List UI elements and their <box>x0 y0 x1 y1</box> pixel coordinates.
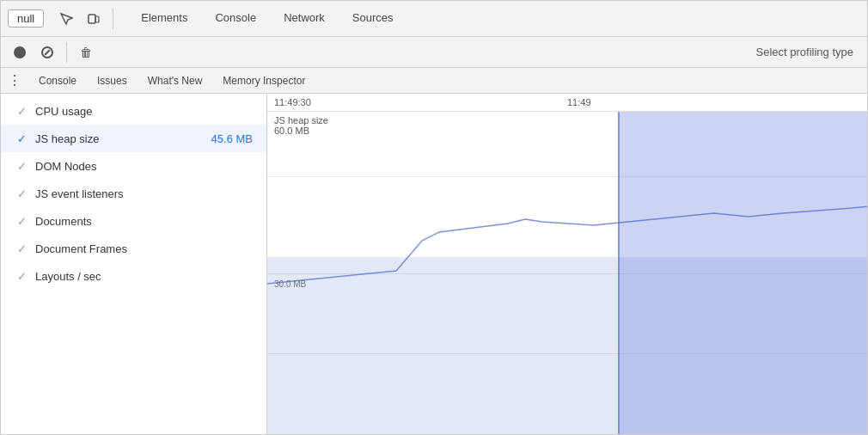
chart-svg <box>267 112 867 434</box>
secondary-toolbar: 🗑 Select profiling type <box>1 37 867 68</box>
toolbar-divider-1 <box>113 9 113 29</box>
toolbar-divider-2 <box>66 42 67 63</box>
metrics-panel: ✓ CPU usage ✓ JS heap size 45.6 MB ✓ DOM… <box>1 94 267 434</box>
metric-layouts[interactable]: ✓ Layouts / sec <box>1 262 266 290</box>
svg-rect-0 <box>89 15 95 23</box>
svg-rect-1 <box>95 16 99 22</box>
check-dom-icon: ✓ <box>15 159 28 173</box>
check-jsheap-icon: ✓ <box>15 132 28 145</box>
chart-header: 11:49:30 11:49 <box>267 94 867 112</box>
tab-console[interactable]: Console <box>201 1 270 37</box>
inspect-element-button[interactable] <box>54 7 78 31</box>
metric-documents[interactable]: ✓ Documents <box>1 207 266 235</box>
devtools-window: null Elements Console Network Sources <box>0 0 868 435</box>
secondary-tab-bar: ⋮ Console Issues What's New Memory Inspe… <box>1 68 867 94</box>
metric-docs-label: Documents <box>35 215 253 228</box>
tab-whats-new[interactable]: What's New <box>138 68 213 94</box>
chart-body[interactable]: JS heap size 60.0 MB 30.0 MB <box>267 112 867 434</box>
device-mode-button[interactable] <box>82 7 106 31</box>
chart-time2: 11:49 <box>567 97 860 107</box>
chart-panel: 11:49:30 11:49 JS heap size 60.0 MB 30.0… <box>267 94 867 434</box>
clear-button[interactable]: 🗑 <box>74 40 98 64</box>
metric-doc-frames[interactable]: ✓ Document Frames <box>1 235 266 262</box>
record-icon <box>14 46 26 58</box>
tab-memory-inspector[interactable]: Memory Inspector <box>212 68 315 94</box>
metric-js-events[interactable]: ✓ JS event listeners <box>1 180 266 207</box>
tab-console-secondary[interactable]: Console <box>28 68 87 94</box>
profiling-type-text: Select profiling type <box>756 46 860 58</box>
metric-layouts-label: Layouts / sec <box>35 270 253 283</box>
check-docs-icon: ✓ <box>15 214 28 228</box>
metric-dom-label: DOM Nodes <box>35 160 253 173</box>
metric-cpu-usage[interactable]: ✓ CPU usage <box>1 97 266 125</box>
main-toolbar: null Elements Console Network Sources <box>1 1 867 37</box>
main-content: ✓ CPU usage ✓ JS heap size 45.6 MB ✓ DOM… <box>1 94 867 434</box>
metric-jsheap-label: JS heap size <box>35 132 211 145</box>
record-button[interactable] <box>8 40 32 64</box>
null-badge[interactable]: null <box>8 9 44 28</box>
metric-dom-nodes[interactable]: ✓ DOM Nodes <box>1 152 266 180</box>
metric-cpu-label: CPU usage <box>35 105 253 118</box>
stop-button[interactable] <box>35 40 59 64</box>
chart-time1: 11:49:30 <box>274 97 567 107</box>
check-jsevents-icon: ✓ <box>15 187 28 200</box>
tab-network[interactable]: Network <box>270 1 339 37</box>
tab-issues[interactable]: Issues <box>87 68 138 94</box>
stop-icon <box>41 46 53 58</box>
metric-js-heap[interactable]: ✓ JS heap size 45.6 MB <box>1 125 266 152</box>
check-layouts-icon: ✓ <box>15 269 28 283</box>
metric-jsheap-value: 45.6 MB <box>211 132 253 145</box>
main-tab-list: Elements Console Network Sources <box>127 1 406 37</box>
check-frames-icon: ✓ <box>15 242 28 255</box>
tab-sources[interactable]: Sources <box>339 1 407 37</box>
tab-elements[interactable]: Elements <box>127 1 201 37</box>
metric-frames-label: Document Frames <box>35 242 253 255</box>
check-cpu-icon: ✓ <box>15 104 28 118</box>
metric-jsevents-label: JS event listeners <box>35 187 253 200</box>
trash-icon: 🗑 <box>80 46 92 59</box>
more-tabs-button[interactable]: ⋮ <box>4 69 25 93</box>
